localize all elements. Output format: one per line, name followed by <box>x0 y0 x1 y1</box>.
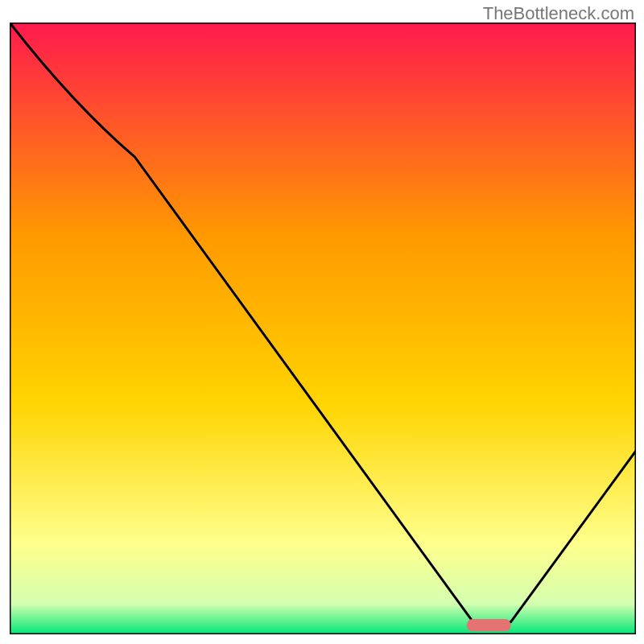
optimal-range-marker <box>467 619 510 631</box>
gradient-background <box>10 23 636 634</box>
watermark-text: TheBottleneck.com <box>483 3 634 24</box>
chart-svg <box>10 23 636 634</box>
plot-area <box>10 23 636 634</box>
bottleneck-chart: TheBottleneck.com <box>0 0 644 644</box>
